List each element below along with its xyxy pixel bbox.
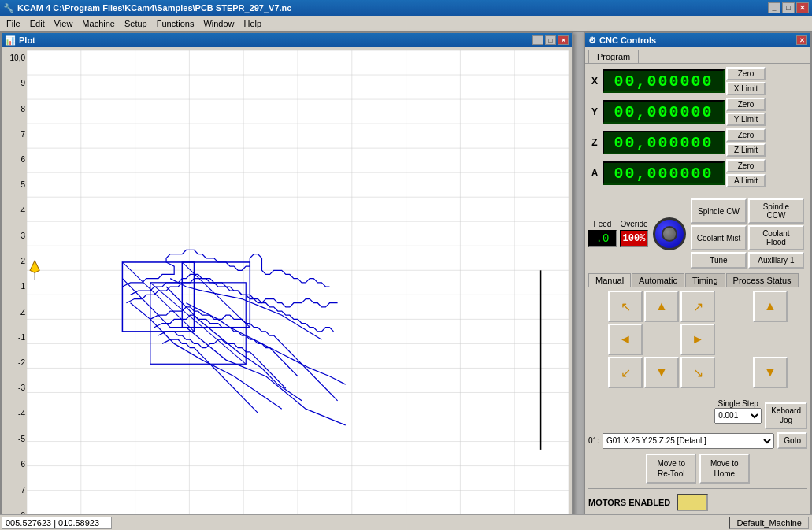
move-row: Move to Re-Tool Move to Home — [585, 450, 810, 487]
dro-x-buttons: Zero X Limit — [726, 67, 766, 95]
y-label-7: 7 — [20, 130, 25, 139]
tab-program[interactable]: Program — [588, 50, 639, 63]
dro-a-zero-button[interactable]: Zero — [726, 159, 766, 172]
sub-tab-manual[interactable]: Manual — [588, 273, 631, 287]
divider-1 — [588, 195, 807, 195]
plot-maximize-button[interactable]: □ — [545, 35, 556, 45]
dro-x-label: X — [588, 76, 601, 87]
gcode-row: 01: G01 X.25 Y.25 Z.25 [Default] Goto — [585, 431, 810, 450]
sub-tab-automatic[interactable]: Automatic — [632, 273, 684, 287]
sub-tab-timing[interactable]: Timing — [685, 273, 725, 287]
plot-title: Plot — [19, 35, 35, 45]
dro-a-limit-button[interactable]: A Limit — [726, 174, 766, 187]
y-label-3: 3 — [20, 232, 25, 240]
single-step-group: Single Step 0.001 0.01 0.1 1.0 — [714, 399, 762, 424]
jog-right-button[interactable]: ► — [680, 324, 715, 355]
gcode-select[interactable]: G01 X.25 Y.25 Z.25 [Default] — [603, 433, 774, 449]
jog-down-button[interactable]: ▼ — [644, 357, 679, 388]
auxiliary1-button[interactable]: Auxillary 1 — [748, 252, 804, 269]
single-step-label: Single Step — [718, 399, 758, 408]
sub-tab-process-status[interactable]: Process Status — [726, 273, 799, 287]
jog-up-left-button[interactable]: ↖ — [608, 291, 643, 322]
dro-x-zero-button[interactable]: Zero — [726, 67, 766, 80]
goto-button[interactable]: Goto — [777, 432, 807, 449]
dro-a-row: A 00,000000 Zero A Limit — [588, 159, 807, 187]
dro-x-limit-button[interactable]: X Limit — [726, 82, 766, 95]
y-label-n4: -4 — [18, 410, 25, 418]
keyboard-jog-button[interactable]: Keboard Jog — [765, 402, 807, 429]
spindle-coolant-buttons: Spindle CW Spindle CCW Coolant Mist Cool… — [691, 198, 804, 269]
plot-content: 10,0 9 8 7 6 5 4 3 2 1 Z -1 -2 -3 -4 -5 … — [2, 47, 572, 526]
dro-x-row: X 00,000000 Zero X Limit — [588, 67, 807, 95]
menu-setup[interactable]: Setup — [120, 17, 152, 30]
menu-edit[interactable]: Edit — [25, 17, 50, 30]
cnc-panel: ⚙ CNC Controls ✕ Program X 00,000000 Zer… — [584, 32, 812, 530]
dro-y-display: 00,000000 — [603, 100, 725, 124]
dro-z-zero-button[interactable]: Zero — [726, 128, 766, 142]
dro-y-buttons: Zero Y Limit — [726, 98, 766, 126]
plot-minimize-button[interactable]: _ — [532, 35, 543, 45]
y-label-n7: -7 — [18, 486, 25, 495]
y-label-n1: -1 — [18, 333, 25, 342]
jog-empty-5 — [717, 357, 751, 388]
motors-label: MOTORS ENABLED — [588, 498, 670, 507]
dro-y-label: Y — [588, 106, 601, 117]
menu-view[interactable]: View — [50, 17, 78, 30]
menu-window[interactable]: Window — [198, 17, 239, 30]
plot-close-button[interactable]: ✕ — [558, 35, 569, 45]
menu-machine[interactable]: Machine — [77, 17, 120, 30]
dro-x-display: 00,000000 — [603, 69, 725, 93]
dro-z-limit-button[interactable]: Z Limit — [726, 143, 766, 157]
jog-down-right-button[interactable]: ↘ — [680, 357, 715, 388]
minimize-button[interactable]: _ — [768, 2, 780, 13]
jog-up-right-button[interactable]: ↗ — [680, 291, 715, 322]
feed-group: Feed .0 — [588, 220, 617, 247]
spindle-cw-button[interactable]: Spindle CW — [691, 198, 747, 224]
menu-help[interactable]: Help — [239, 17, 267, 30]
dro-y-limit-button[interactable]: Y Limit — [726, 113, 766, 126]
dro-a-label: A — [588, 168, 601, 179]
coolant-mist-button[interactable]: Coolant Mist — [691, 225, 747, 250]
jog-z-down-button[interactable]: ▼ — [753, 357, 788, 388]
maximize-button[interactable]: □ — [782, 2, 795, 13]
dro-z-buttons: Zero Z Limit — [726, 128, 766, 157]
move-home-button[interactable]: Move to Home — [699, 454, 750, 484]
jog-empty-4 — [753, 324, 788, 355]
cnc-title-bar: ⚙ CNC Controls ✕ — [585, 33, 810, 47]
jog-z-up-button[interactable]: ▲ — [753, 291, 788, 322]
jog-down-left-button[interactable]: ↙ — [608, 357, 643, 388]
dro-y-row: Y 00,000000 Zero Y Limit — [588, 98, 807, 126]
plot-title-controls: _ □ ✕ — [532, 35, 569, 45]
coolant-flood-button[interactable]: Coolant Flood — [748, 225, 804, 250]
jog-dial[interactable] — [653, 217, 686, 250]
plot-window: 📊 Plot _ □ ✕ 10,0 9 8 7 6 5 4 3 2 1 Z — [0, 32, 573, 528]
menu-file[interactable]: File — [2, 17, 25, 30]
y-label-8: 8 — [20, 105, 25, 113]
dro-z-display: 00,000000 — [603, 131, 725, 154]
y-label-5: 5 — [20, 180, 25, 189]
y-label-z: Z — [20, 308, 25, 317]
single-step-select[interactable]: 0.001 0.01 0.1 1.0 — [714, 408, 762, 424]
app-title: KCAM 4 C:\Program Files\KCam4\Samples\PC… — [17, 3, 291, 13]
sub-tab-bar: Manual Automatic Timing Process Status — [585, 272, 810, 287]
plot-icon: 📊 — [5, 35, 16, 46]
cnc-close-button[interactable]: ✕ — [796, 35, 807, 45]
dro-y-zero-button[interactable]: Zero — [726, 98, 766, 111]
status-bar: 005.527623 | 010.58923 Default_Machine — [0, 514, 812, 530]
motors-row: MOTORS ENABLED — [585, 491, 810, 514]
svg-marker-31 — [30, 261, 39, 273]
jog-left-button[interactable]: ◄ — [608, 324, 643, 355]
tune-button[interactable]: Tune — [691, 252, 747, 269]
close-button[interactable]: ✕ — [796, 2, 809, 13]
jog-up-button[interactable]: ▲ — [644, 291, 679, 322]
jog-empty-3 — [717, 324, 751, 355]
y-label-n3: -3 — [18, 384, 25, 392]
app-title-bar: 🔧 KCAM 4 C:\Program Files\KCam4\Samples\… — [0, 0, 812, 16]
move-retool-button[interactable]: Move to Re-Tool — [646, 454, 696, 484]
plot-grid-area[interactable] — [27, 50, 569, 523]
plot-title-bar: 📊 Plot _ □ ✕ — [2, 33, 572, 47]
motors-indicator — [677, 494, 708, 511]
spindle-ccw-button[interactable]: Spindle CCW — [748, 198, 804, 224]
feed-display: .0 — [588, 230, 617, 247]
menu-functions[interactable]: Functions — [152, 17, 199, 30]
